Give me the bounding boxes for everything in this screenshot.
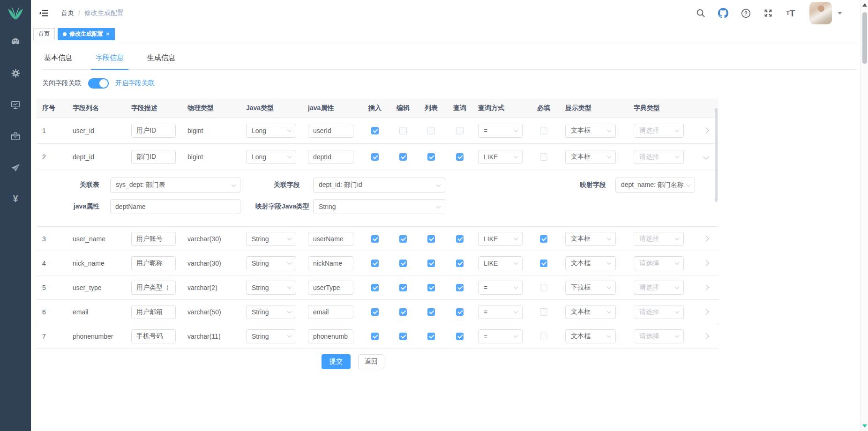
scrollbar-down-arrow[interactable] [862,424,867,428]
expand-chevron-icon[interactable] [703,284,709,290]
required-checkbox[interactable] [540,308,547,316]
map-field-select[interactable]: dept_name: 部门名称 [615,178,695,193]
query-checkbox[interactable] [456,260,464,267]
edit-checkbox[interactable] [399,127,407,134]
column-desc-input[interactable] [131,305,176,319]
edit-checkbox[interactable] [399,308,407,316]
tag-home[interactable]: 首页 [33,28,55,40]
expand-chevron-icon[interactable] [703,260,709,266]
dict-type-select[interactable]: 请选择 [634,124,684,138]
query-checkbox[interactable] [456,153,464,161]
map-java-attr-input[interactable] [110,199,240,214]
java-attr-input[interactable] [308,281,353,295]
list-checkbox[interactable] [427,127,435,134]
insert-checkbox[interactable] [371,308,379,316]
query-way-select[interactable]: = [478,305,523,319]
sidebar-item-system[interactable] [0,58,31,89]
table-scrollbar-thumb[interactable] [715,108,718,202]
list-checkbox[interactable] [427,308,435,316]
java-attr-input[interactable] [308,305,353,319]
required-checkbox[interactable] [540,127,547,134]
edit-checkbox[interactable] [399,284,407,291]
java-type-select[interactable]: String [246,281,296,295]
column-desc-input[interactable] [131,150,176,164]
query-way-select[interactable]: LIKE [478,256,523,270]
query-way-select[interactable]: = [478,124,523,138]
expand-chevron-icon[interactable] [703,127,709,134]
expand-chevron-icon[interactable] [703,236,709,242]
sidebar-item-deploy[interactable] [0,152,31,183]
edit-checkbox[interactable] [399,235,407,243]
dict-type-select[interactable]: 请选择 [634,150,684,164]
help-button[interactable]: ? [740,7,751,19]
query-checkbox[interactable] [456,127,464,134]
query-way-select[interactable]: = [478,281,523,295]
java-type-select[interactable]: String [246,232,296,246]
expand-chevron-icon[interactable] [703,309,709,315]
html-type-select[interactable]: 文本框 [565,150,616,164]
dict-type-select[interactable]: 请选择 [634,329,684,343]
html-type-select[interactable]: 文本框 [565,124,616,138]
required-checkbox[interactable] [540,235,547,243]
column-desc-input[interactable] [131,124,176,138]
search-button[interactable] [695,7,706,19]
insert-checkbox[interactable] [371,153,379,161]
sidebar-toggle-button[interactable] [36,5,52,21]
list-checkbox[interactable] [427,333,435,340]
expand-chevron-icon[interactable] [703,333,709,339]
column-desc-input[interactable] [131,232,176,246]
tab-basic-info[interactable]: 基本信息 [42,50,74,69]
tab-field-info[interactable]: 字段信息 [94,50,126,69]
java-attr-input[interactable] [308,329,353,343]
assoc-field-select[interactable]: dept_id: 部门id [313,178,445,193]
tag-close-icon[interactable]: × [106,31,110,37]
insert-checkbox[interactable] [371,235,379,243]
tag-edit-gen-config[interactable]: 修改生成配置 × [58,28,115,40]
html-type-select[interactable]: 文本框 [565,329,616,343]
list-checkbox[interactable] [427,260,435,267]
back-button[interactable]: 返回 [358,354,384,369]
query-checkbox[interactable] [456,333,464,340]
tab-generate-info[interactable]: 生成信息 [145,50,177,69]
insert-checkbox[interactable] [371,260,379,267]
query-way-select[interactable]: LIKE [478,150,523,164]
query-way-select[interactable]: = [478,329,523,343]
column-desc-input[interactable] [131,329,176,343]
avatar[interactable] [809,2,832,24]
java-type-select[interactable]: String [246,305,296,319]
breadcrumb-home[interactable]: 首页 [61,9,74,17]
dict-type-select[interactable]: 请选择 [634,305,684,319]
html-type-select[interactable]: 下拉框 [565,281,616,295]
query-checkbox[interactable] [456,284,464,291]
java-attr-input[interactable] [308,150,353,164]
html-type-select[interactable]: 文本框 [565,305,616,319]
caret-down-icon[interactable] [838,12,842,15]
edit-checkbox[interactable] [399,333,407,340]
html-type-select[interactable]: 文本框 [565,232,616,246]
font-size-button[interactable]: TT [785,7,796,19]
scrollbar-thumb[interactable] [862,12,867,64]
query-way-select[interactable]: LIKE [478,232,523,246]
collapse-chevron-icon[interactable] [703,154,709,160]
query-checkbox[interactable] [456,308,464,316]
insert-checkbox[interactable] [371,333,379,340]
java-attr-input[interactable] [308,256,353,270]
list-checkbox[interactable] [427,235,435,243]
dict-type-select[interactable]: 请选择 [634,256,684,270]
edit-checkbox[interactable] [399,260,407,267]
sidebar-item-tool[interactable] [0,120,31,152]
java-type-select[interactable]: Long [246,150,296,164]
java-type-select[interactable]: String [246,256,296,270]
submit-button[interactable]: 提交 [322,354,351,369]
required-checkbox[interactable] [540,333,547,340]
github-button[interactable] [718,7,729,19]
sidebar-item-monitor[interactable] [0,89,31,120]
map-java-type-select[interactable]: String [313,199,445,214]
association-toggle[interactable] [88,78,109,89]
required-checkbox[interactable] [540,284,547,291]
sidebar-item-dashboard[interactable] [0,26,31,58]
java-attr-input[interactable] [308,232,353,246]
insert-checkbox[interactable] [371,127,379,134]
query-checkbox[interactable] [456,235,464,243]
assoc-table-select[interactable]: sys_dept: 部门表 [110,178,240,193]
